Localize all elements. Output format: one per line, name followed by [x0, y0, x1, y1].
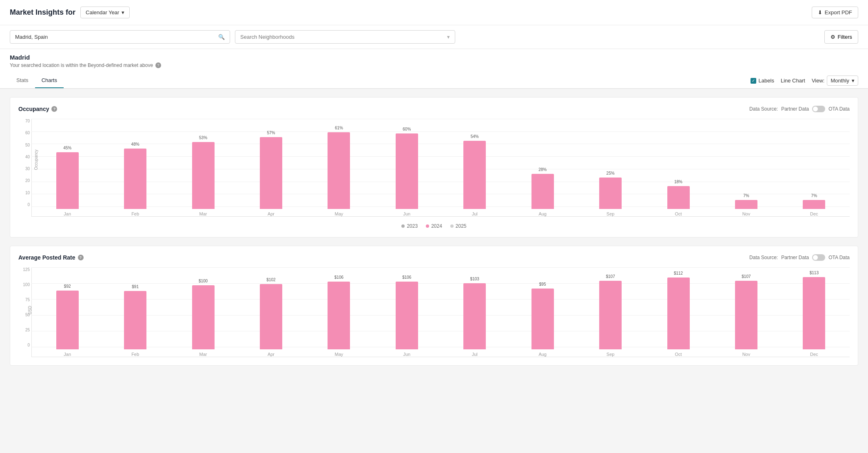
- partner-data-label: Partner Data: [781, 255, 809, 260]
- rate-x-label-oct: Oct: [675, 352, 682, 357]
- bar-label-feb: 48%: [131, 142, 140, 147]
- bar-apr: 57%: [260, 137, 282, 209]
- calendar-year-label: Calendar Year: [86, 9, 119, 16]
- rate-bar-label-dec: $113: [810, 271, 819, 275]
- neighborhoods-search-input[interactable]: [240, 34, 444, 40]
- bar-item-dec: 7%Dec: [780, 119, 848, 216]
- labels-control: Labels: [751, 78, 774, 84]
- occupancy-info-icon[interactable]: ?: [51, 106, 57, 112]
- bar-label-jul: 54%: [471, 134, 479, 139]
- tab-charts[interactable]: Charts: [35, 73, 64, 88]
- bar-jun: 60%: [396, 133, 418, 209]
- y-tick-30: 30: [18, 167, 30, 171]
- tab-group: Stats Charts: [10, 73, 64, 88]
- rate-bar-label-apr: $102: [266, 278, 275, 282]
- data-source-label: Data Source:: [749, 106, 778, 112]
- x-label-jan: Jan: [64, 211, 71, 216]
- bar-label-sep: 25%: [607, 171, 615, 175]
- occupancy-chart-header: Occupancy ? Data Source: Partner Data OT…: [18, 106, 850, 112]
- labels-checkbox[interactable]: [751, 78, 756, 84]
- bar-dec: 7%: [803, 200, 825, 209]
- search-bar: 🔍 ▾ ⚙ Filters: [0, 25, 868, 49]
- rate-x-label-apr: Apr: [268, 352, 275, 357]
- labels-label: Labels: [759, 78, 774, 84]
- legend-dot-2024: [426, 224, 429, 228]
- occupancy-title: Occupancy ?: [18, 106, 57, 112]
- bar-item-jun: 60%Jun: [373, 119, 441, 216]
- rate-bar-item-apr: $102Apr: [237, 267, 305, 357]
- bar-item-oct: 18%Oct: [644, 119, 712, 216]
- x-label-oct: Oct: [675, 211, 682, 216]
- chevron-down-icon: ▾: [122, 9, 124, 16]
- bar-item-feb: 48%Feb: [101, 119, 169, 216]
- avg-rate-data-toggle[interactable]: [812, 254, 825, 261]
- rate-bar-item-jan: $92Jan: [33, 267, 101, 357]
- rate-x-label-dec: Dec: [810, 352, 818, 357]
- rate-bar-feb: $91: [124, 291, 146, 349]
- view-dropdown[interactable]: Monthly ▾: [827, 76, 858, 86]
- bar-item-may: 61%May: [305, 119, 373, 216]
- info-icon[interactable]: ?: [155, 62, 161, 68]
- rate-bar-item-jun: $106Jun: [373, 267, 441, 357]
- y-tick-0: 0: [18, 202, 30, 207]
- location-search-container: 🔍: [10, 30, 230, 44]
- tab-stats[interactable]: Stats: [10, 73, 35, 88]
- charts-container: Occupancy ? Data Source: Partner Data OT…: [0, 89, 868, 382]
- view-value: Monthly: [830, 78, 849, 84]
- export-label: Export PDF: [825, 9, 852, 16]
- location-info: Madrid Your searched location is within …: [0, 49, 868, 89]
- x-label-dec: Dec: [810, 211, 818, 216]
- avg-rate-data-source: Data Source: Partner Data OTA Data: [749, 254, 850, 261]
- rate-bar-label-feb: $91: [132, 284, 139, 289]
- legend-dot-2025: [450, 224, 454, 228]
- export-pdf-button[interactable]: ⬇ Export PDF: [812, 7, 858, 18]
- rate-bar-apr: $102: [260, 284, 282, 349]
- bar-label-nov: 7%: [743, 193, 749, 198]
- rate-x-label-nov: Nov: [742, 352, 751, 357]
- calendar-year-dropdown[interactable]: Calendar Year ▾: [80, 7, 130, 18]
- search-icon: 🔍: [218, 34, 225, 40]
- rate-bar-item-sep: $107Sep: [576, 267, 644, 357]
- y-axis-label-rate: USD: [28, 306, 32, 314]
- avg-rate-info-icon[interactable]: ?: [78, 255, 84, 260]
- avg-rate-bars: $92Jan$91Feb$100Mar$102Apr$106May$106Jun…: [31, 267, 850, 357]
- rate-bar-item-nov: $107Nov: [712, 267, 780, 357]
- filters-button[interactable]: ⚙ Filters: [824, 30, 858, 44]
- avg-rate-chart-section: Average Posted Rate ? Data Source: Partn…: [10, 246, 858, 366]
- x-label-may: May: [335, 211, 343, 216]
- ota-data-label: OTA Data: [828, 106, 850, 112]
- rate-bar-label-jan: $92: [64, 284, 71, 289]
- rate-bar-sep: $107: [599, 281, 622, 349]
- bar-nov: 7%: [735, 200, 757, 209]
- bar-mar: 53%: [192, 142, 215, 209]
- bar-label-apr: 57%: [267, 131, 275, 135]
- occupancy-chart-section: Occupancy ? Data Source: Partner Data OT…: [10, 97, 858, 238]
- y-tick-70: 70: [18, 119, 30, 123]
- x-label-nov: Nov: [742, 211, 751, 216]
- occupancy-data-source: Data Source: Partner Data OTA Data: [749, 106, 850, 112]
- chevron-down-icon: ▾: [852, 78, 855, 84]
- x-label-jun: Jun: [403, 211, 410, 216]
- location-name: Madrid: [10, 54, 858, 61]
- bar-item-jan: 45%Jan: [33, 119, 101, 216]
- download-icon: ⬇: [818, 9, 822, 16]
- bar-label-mar: 53%: [199, 135, 207, 140]
- rate-bar-label-jul: $103: [470, 277, 479, 281]
- bar-oct: 18%: [667, 186, 690, 209]
- rate-x-label-jul: Jul: [472, 352, 478, 357]
- y-axis-occupancy: 70 60 50 40 30 20 10 0: [18, 119, 30, 217]
- view-select: View: Monthly ▾: [812, 76, 858, 86]
- occupancy-data-toggle[interactable]: [812, 106, 825, 112]
- x-label-apr: Apr: [268, 211, 275, 216]
- location-search-input[interactable]: [15, 34, 215, 40]
- bar-label-jun: 60%: [403, 127, 411, 131]
- bar-item-mar: 53%Mar: [169, 119, 237, 216]
- legend-2024: 2024: [426, 223, 442, 229]
- rate-x-label-jan: Jan: [64, 352, 71, 357]
- y-tick-50: 50: [18, 143, 30, 147]
- bar-label-aug: 28%: [538, 167, 547, 172]
- data-source-label: Data Source:: [749, 255, 778, 260]
- bar-item-nov: 7%Nov: [712, 119, 780, 216]
- bar-item-sep: 25%Sep: [576, 119, 644, 216]
- line-chart-toggle[interactable]: Line Chart: [781, 78, 805, 84]
